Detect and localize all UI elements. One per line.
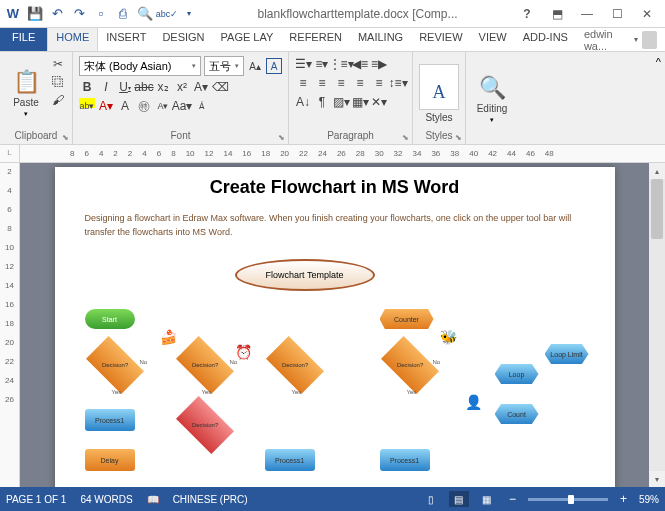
align-left-icon[interactable]: ≡ <box>295 75 311 91</box>
tab-pagelayout[interactable]: PAGE LAY <box>213 28 282 51</box>
fc-decision-3: Decision? <box>176 396 234 454</box>
tab-view[interactable]: VIEW <box>471 28 515 51</box>
font-launcher[interactable]: ⬊ <box>278 133 285 142</box>
zoom-out-button[interactable]: − <box>505 492 520 506</box>
paragraph-launcher[interactable]: ⬊ <box>402 133 409 142</box>
minimize-button[interactable]: — <box>573 3 601 25</box>
spell-icon[interactable]: abc✓ <box>158 5 176 23</box>
collapse-ribbon[interactable]: ^ <box>652 52 665 144</box>
view-read-icon[interactable]: ▯ <box>421 491 441 507</box>
save-icon[interactable]: 💾 <box>26 5 44 23</box>
scroll-up-button[interactable]: ▴ <box>649 163 665 179</box>
ruler-vertical[interactable]: 2468101214161820222426 <box>0 163 20 487</box>
bullets-icon[interactable]: ☰▾ <box>295 56 311 72</box>
flowchart-template-title: Flowchart Template <box>235 259 375 291</box>
editing-button[interactable]: 🔍 Editing ▾ <box>472 56 512 142</box>
help-button[interactable]: ? <box>513 3 541 25</box>
text-effects-icon[interactable]: A▾ <box>193 79 209 95</box>
cut-icon[interactable]: ✂ <box>50 56 66 72</box>
underline-button[interactable]: U▾ <box>117 79 133 95</box>
tab-file[interactable]: FILE <box>0 28 47 51</box>
distribute-icon[interactable]: ≡ <box>371 75 387 91</box>
borders-icon[interactable]: ▦▾ <box>352 94 368 110</box>
qat-dropdown-icon[interactable]: ▾ <box>180 5 198 23</box>
strikethrough-button[interactable]: abc <box>136 79 152 95</box>
clear-formatting-icon[interactable]: ⌫ <box>212 79 228 95</box>
highlight-icon[interactable]: ab▾ <box>79 98 95 114</box>
superscript-button[interactable]: x² <box>174 79 190 95</box>
close-button[interactable]: ✕ <box>633 3 661 25</box>
scroll-track[interactable] <box>649 179 665 471</box>
tab-insert[interactable]: INSERT <box>98 28 154 51</box>
tab-home[interactable]: HOME <box>47 28 98 51</box>
fc-decision-2: Decision? <box>176 336 234 394</box>
status-page[interactable]: PAGE 1 OF 1 <box>6 494 66 505</box>
fc-label-no-1: No <box>140 359 148 365</box>
statusbar: PAGE 1 OF 1 64 WORDS 📖 CHINESE (PRC) ▯ ▤… <box>0 487 665 511</box>
subscript-button[interactable]: x₂ <box>155 79 171 95</box>
sort-icon[interactable]: A↓ <box>295 94 311 110</box>
grow-font-icon[interactable]: A▴ <box>247 58 263 74</box>
view-web-icon[interactable]: ▦ <box>477 491 497 507</box>
tab-review[interactable]: REVIEW <box>411 28 470 51</box>
status-proofing-icon[interactable]: 📖 <box>147 494 159 505</box>
ribbon-display-button[interactable]: ⬒ <box>543 3 571 25</box>
user-account[interactable]: edwin wa... ▾ <box>576 28 665 51</box>
shading-icon[interactable]: ▨▾ <box>333 94 349 110</box>
ruler-horizontal[interactable]: L 86422468101214161820222426283032343638… <box>0 145 665 163</box>
char-border-icon[interactable]: A <box>266 58 282 74</box>
decrease-indent-icon[interactable]: ◀≡ <box>352 56 368 72</box>
show-hide-icon[interactable]: ¶ <box>314 94 330 110</box>
zoom-slider[interactable] <box>528 498 608 501</box>
new-icon[interactable]: ▫ <box>92 5 110 23</box>
tab-design[interactable]: DESIGN <box>154 28 212 51</box>
print-icon[interactable]: ⎙ <box>114 5 132 23</box>
tab-references[interactable]: REFEREN <box>281 28 350 51</box>
justify-icon[interactable]: ≡ <box>352 75 368 91</box>
document-area: 2468101214161820222426 Create Flowchart … <box>0 163 665 487</box>
shrink-font-icon[interactable]: A▾ <box>155 98 171 114</box>
change-case-icon[interactable]: Aa▾ <box>174 98 190 114</box>
align-center-icon[interactable]: ≡ <box>314 75 330 91</box>
zoom-level[interactable]: 59% <box>639 494 659 505</box>
status-language[interactable]: CHINESE (PRC) <box>173 494 248 505</box>
multilevel-icon[interactable]: ⋮≡▾ <box>333 56 349 72</box>
fc-count: Count <box>495 404 539 424</box>
font-color-icon[interactable]: A▾ <box>98 98 114 114</box>
status-words[interactable]: 64 WORDS <box>80 494 132 505</box>
clipboard-launcher[interactable]: ⬊ <box>62 133 69 142</box>
paste-button[interactable]: 📋 Paste ▾ <box>6 56 46 130</box>
bold-button[interactable]: B <box>79 79 95 95</box>
align-right-icon[interactable]: ≡ <box>333 75 349 91</box>
snap-icon[interactable]: ✕▾ <box>371 94 387 110</box>
font-size-combo[interactable]: 五号▾ <box>204 56 244 76</box>
italic-button[interactable]: I <box>98 79 114 95</box>
maximize-button[interactable]: ☐ <box>603 3 631 25</box>
redo-icon[interactable]: ↷ <box>70 5 88 23</box>
increase-indent-icon[interactable]: ≡▶ <box>371 56 387 72</box>
format-painter-icon[interactable]: 🖌 <box>50 92 66 108</box>
scroll-down-button[interactable]: ▾ <box>649 471 665 487</box>
person-icon: 👤 <box>465 394 482 410</box>
ruler-corner: L <box>0 145 20 162</box>
font-name-combo[interactable]: 宋体 (Body Asian)▾ <box>79 56 201 76</box>
styles-launcher[interactable]: ⬊ <box>455 133 462 142</box>
copy-icon[interactable]: ⿻ <box>50 74 66 90</box>
group-label-font: Font <box>79 130 282 142</box>
char-shading-icon[interactable]: A <box>117 98 133 114</box>
undo-icon[interactable]: ↶ <box>48 5 66 23</box>
zoom-in-button[interactable]: + <box>616 492 631 506</box>
group-font: 宋体 (Body Asian)▾ 五号▾ A▴ A B I U▾ abc x₂ … <box>73 52 289 144</box>
scroll-thumb[interactable] <box>651 179 663 239</box>
tab-addins[interactable]: ADD-INS <box>515 28 576 51</box>
line-spacing-icon[interactable]: ↕≡▾ <box>390 75 406 91</box>
phonetic-icon[interactable]: A̍ <box>193 98 209 114</box>
view-print-icon[interactable]: ▤ <box>449 491 469 507</box>
tab-mailings[interactable]: MAILING <box>350 28 411 51</box>
fc-loop: Loop <box>495 364 539 384</box>
styles-button[interactable]: A Styles <box>419 56 459 130</box>
preview-icon[interactable]: 🔍 <box>136 5 154 23</box>
page-container[interactable]: Create Flowchart in MS Word Designing a … <box>20 163 649 487</box>
enclose-icon[interactable]: ㊕ <box>136 98 152 114</box>
zoom-thumb[interactable] <box>568 495 574 504</box>
